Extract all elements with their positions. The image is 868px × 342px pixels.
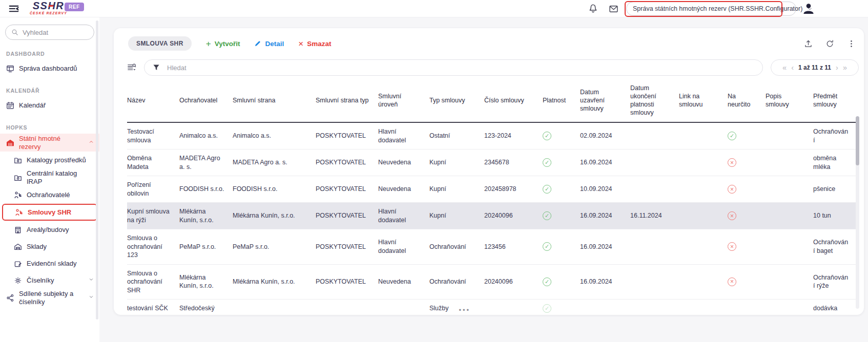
table-cell: PeMaP s.r.o. — [179, 243, 233, 251]
sidebar-toggle-icon[interactable] — [8, 3, 19, 14]
column-header-platnost[interactable]: Platnost — [543, 96, 580, 104]
dashboard-icon — [6, 65, 14, 73]
delete-button-label: Smazat — [307, 40, 331, 48]
column-header-ochranovatel[interactable]: Ochraňovatel — [179, 96, 233, 104]
create-button[interactable]: + Vytvořit — [206, 39, 240, 48]
table-body: Testovací smlouvaAnimalco a.s.Animalco a… — [127, 123, 858, 315]
sidebar-item-sprava-dashboardu[interactable]: Správa dashboardů — [0, 60, 99, 77]
table-scrollbar — [856, 116, 859, 309]
check-circle-icon: ✓ — [543, 304, 551, 313]
delete-button[interactable]: × Smazat — [298, 39, 331, 48]
chevron-down-icon — [88, 276, 94, 284]
sidebar-item-statni-hmotne-rezervy[interactable]: Státní hmotné rezervy — [0, 134, 99, 152]
table-row-7[interactable]: testování SČKStředočeskýSlužby✓dodávka — [127, 300, 858, 315]
table-cell: MADETA Agro a. s. — [179, 154, 233, 171]
table-cell: Neuvedena — [378, 277, 429, 286]
table-cell: Testovací smlouva — [127, 127, 179, 144]
topbar: SSHR ČESKÉ REZERVY REF Správa státních h… — [0, 0, 868, 17]
notifications-bell-icon[interactable] — [588, 4, 598, 13]
next-page-button[interactable]: › — [836, 64, 838, 72]
check-circle-icon: ✓ — [543, 277, 551, 286]
sidebar-item-kalendar[interactable]: Kalendář — [0, 97, 99, 114]
table-cell: Animalco a.s. — [233, 132, 316, 140]
column-header-typ-smlouvy[interactable]: Typ smlouvy — [429, 96, 484, 104]
toolbar: SMLOUVA SHR + Vytvořit Detail × Smazat — [128, 34, 856, 53]
create-button-label: Vytvořit — [215, 40, 240, 48]
sidebar-item-ciselniky[interactable]: Číselníky — [0, 272, 99, 289]
table-row-1[interactable]: Testovací smlouvaAnimalco a.s.Animalco a… — [127, 123, 858, 149]
check-circle-icon: ✓ — [543, 158, 551, 167]
table-row-6[interactable]: Smlouva o ochraňování SHRMlékárna Kunín,… — [127, 265, 858, 300]
table-cell: Neuvedena — [378, 158, 429, 167]
last-page-button[interactable]: » — [843, 64, 847, 72]
table-scrollbar-thumb[interactable] — [856, 116, 859, 165]
sidebar-section-dashboard: DASHBOARD — [6, 51, 99, 57]
sidebar-item-sdilene-subjekty-a-ciselniky[interactable]: Sdílené subjekty a číselníky — [0, 289, 99, 307]
table-cell: 16.09.2024 — [580, 277, 630, 286]
table-row-2[interactable]: Obměna MadetaMADETA Agro a. s.MADETA Agr… — [127, 149, 858, 176]
column-chooser-icon[interactable] — [127, 63, 136, 72]
export-icon[interactable] — [804, 39, 813, 48]
table-cell: pšenice — [813, 185, 857, 194]
data-table: NázevOchraňovatelSmluvní stranaSmluvní s… — [127, 80, 858, 315]
column-header-cislo-smlouvy[interactable]: Číslo smlouvy — [484, 96, 543, 104]
app-logo[interactable]: SSHR ČESKÉ REZERVY — [30, 1, 67, 15]
sidebar-item-arealy-budovy[interactable]: Areály/budovy — [0, 221, 99, 238]
column-header-predmet-smlouvy[interactable]: Předmět smlouvy — [813, 92, 857, 109]
table-cell: Ochraňování rýže — [813, 273, 857, 290]
sidebar-scrollbar[interactable] — [96, 20, 98, 319]
prev-page-button[interactable]: ‹ — [791, 64, 794, 72]
column-header-smluvni-strana-typ[interactable]: Smluvní strana typ — [316, 96, 378, 104]
table-row-3[interactable]: Pořízení obilovinFOODISH s.r.o.FOODISH s… — [127, 176, 858, 203]
sidebar-item-evidencni-sklady[interactable]: Evidenční sklady — [0, 255, 99, 272]
cross-circle-icon: × — [728, 242, 736, 251]
table-cell: Hlavní dodavatel — [378, 207, 429, 224]
table-filter-placeholder: Hledat — [167, 64, 187, 72]
column-header-smluvni-uroven[interactable]: Smluvní úroveň — [378, 92, 429, 109]
column-header-popis-smlouvy[interactable]: Popis smlouvy — [766, 92, 813, 109]
cross-circle-icon: × — [728, 277, 736, 286]
table-cell: Smlouva o ochraňování SHR — [127, 269, 179, 295]
cross-circle-icon: × — [728, 185, 736, 194]
sidebar-item-katalogy-prostredku[interactable]: Katalogy prostředků — [0, 152, 99, 168]
cross-circle-icon: × — [728, 211, 736, 220]
table-filter-input[interactable]: Hledat — [144, 59, 763, 76]
toolbar-actions — [804, 39, 856, 48]
messages-mail-icon[interactable] — [609, 4, 618, 14]
table-cell: Služby — [429, 304, 484, 313]
column-header-datum-uzavreni-smlouvy[interactable]: Datum uzavření smlouvy — [580, 88, 630, 113]
column-header-datum-ukonceni-platnosti-smlouvy[interactable]: Datum ukončení platnosti smlouvy — [630, 84, 679, 117]
pencil-icon — [254, 40, 261, 47]
sidebar-section-kalendar: KALENDÁŘ — [6, 88, 99, 94]
column-header-link-na-smlouvu[interactable]: Link na smlouvu — [679, 92, 728, 109]
column-header-smluvni-strana[interactable]: Smluvní strana — [233, 96, 316, 104]
user-avatar-icon[interactable] — [802, 3, 815, 15]
refresh-icon[interactable] — [825, 39, 834, 48]
column-header-na-neurcito[interactable]: Na neurčito — [728, 92, 766, 109]
context-select[interactable]: Správa státních hmotných rezerv (SHR.SSH… — [626, 2, 796, 16]
check-circle-icon: ✓ — [543, 132, 551, 140]
pagination-range: 1 až 11 z 11 — [798, 64, 831, 71]
table-cell: obměna mléka — [813, 154, 857, 171]
search-icon — [11, 29, 18, 36]
sidebar-search-placeholder: Vyhledat — [23, 29, 48, 36]
table-row-5[interactable]: Smlouva o ochraňování 123PeMaP s.r.o.PeM… — [127, 229, 858, 265]
filter-funnel-icon — [152, 63, 160, 72]
contracts-icon — [15, 208, 23, 217]
column-header-nazev[interactable]: Název — [127, 96, 179, 104]
sidebar-search-input[interactable]: Vyhledat — [5, 25, 94, 40]
table-cell: Ochraňování — [429, 243, 484, 251]
detail-button[interactable]: Detail — [254, 40, 284, 48]
sidebar-item-ochranovatele[interactable]: Ochraňovatelé — [0, 186, 99, 203]
kebab-menu-icon[interactable] — [847, 39, 856, 48]
table-cell: Mlékárna Kunín, s.r.o. — [233, 277, 316, 286]
table-cell: Mlékárna Kunín, s.r.o. — [179, 273, 233, 290]
sidebar-item-sklady[interactable]: Sklady — [0, 238, 99, 255]
sidebar-item-smlouvy-shr[interactable]: Smlouvy SHR — [2, 204, 97, 221]
table-cell: 16.09.2024 — [580, 158, 630, 167]
table-cell: Hlavní dodavatel — [378, 127, 429, 144]
table-row-4[interactable]: Kupní smlouva na rýžiMlékárna Kunín, s.r… — [127, 203, 858, 229]
first-page-button[interactable]: « — [782, 64, 787, 72]
check-circle-icon: ✓ — [543, 211, 551, 220]
sidebar-item-centralni-katalog-irap[interactable]: Centrální katalog IRAP — [0, 168, 99, 186]
